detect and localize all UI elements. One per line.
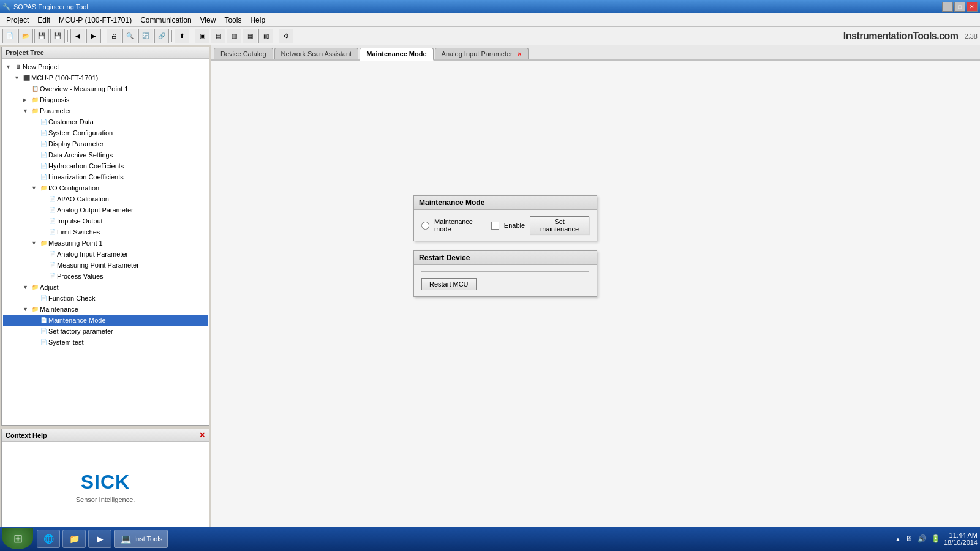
tree-maint-mode[interactable]: 📄 Maintenance Mode: [3, 315, 208, 326]
toolbar-upload[interactable]: ⬆: [175, 29, 189, 43]
tab-network-scan[interactable]: Network Scan Assistant: [274, 48, 359, 59]
taskbar-media[interactable]: ▶: [88, 530, 111, 548]
tree-process-values[interactable]: 📄 Process Values: [3, 271, 208, 282]
tree-sysTest[interactable]: 📄 System test: [3, 337, 208, 348]
toolbar-extra[interactable]: ⚙: [279, 29, 293, 43]
linear-label: Linearization Coefficients: [48, 173, 124, 181]
tree-measuring-param[interactable]: 📄 Measuring Point Parameter: [3, 260, 208, 271]
folder-adjust: 📁: [30, 282, 40, 292]
start-button[interactable]: ⊞: [2, 528, 33, 549]
expand-maint[interactable]: ▼: [23, 306, 30, 312]
tree-analog-in[interactable]: 📄 Analog Input Parameter: [3, 249, 208, 260]
tree-factory[interactable]: 📄 Set factory parameter: [3, 326, 208, 337]
tree-data-archive[interactable]: 📄 Data Archive Settings: [3, 149, 208, 160]
clock[interactable]: 11:44 AM 18/10/2014: [944, 531, 978, 546]
clock-time: 11:44 AM: [944, 531, 978, 539]
tree-analog-out[interactable]: 📄 Analog Output Parameter: [3, 204, 208, 216]
tree-display-param[interactable]: 📄 Display Parameter: [3, 138, 208, 149]
close-button[interactable]: ✕: [967, 2, 978, 12]
toolbar-save[interactable]: 💾: [34, 29, 49, 43]
toolbar-connect[interactable]: 🔗: [154, 29, 169, 43]
tree-limit[interactable]: 📄 Limit Switches: [3, 227, 208, 238]
taskbar-inst-tools[interactable]: 💻 Inst Tools: [114, 530, 168, 548]
root-label: New Project: [23, 63, 59, 70]
tree-measuring-point[interactable]: ▼ 📁 Measuring Point 1: [3, 238, 208, 249]
toolbar-forward[interactable]: ▶: [86, 29, 101, 43]
doc-analog-in: 📄: [47, 249, 57, 259]
toolbar-win4[interactable]: ▦: [243, 29, 257, 43]
tray-power: 🔋: [930, 533, 941, 544]
maintenance-radio[interactable]: [421, 222, 429, 230]
tree-aiao[interactable]: 📄 AI/AO Calibration: [3, 193, 208, 204]
version-label: 2.38: [965, 32, 978, 40]
maintenance-label: Maintenance: [40, 305, 78, 313]
measuring-label: Measuring Point 1: [48, 239, 103, 247]
tree-content[interactable]: ▼ 🖥 New Project ▼ ⬛ MCU-P (100-FT-1701) …: [2, 59, 209, 425]
device-label: MCU-P (100-FT-1701): [31, 74, 98, 81]
tab-maintenance-mode[interactable]: Maintenance Mode: [360, 48, 433, 61]
toolbar-new[interactable]: 📄: [2, 29, 17, 43]
maximize-button[interactable]: □: [954, 2, 965, 12]
toolbar-back[interactable]: ◀: [70, 29, 85, 43]
menu-help[interactable]: Help: [246, 15, 269, 26]
tree-io-config[interactable]: ▼ 📁 I/O Configuration: [3, 182, 208, 193]
doc-customer: 📄: [39, 117, 48, 127]
tree-parameter[interactable]: ▼ 📁 Parameter: [3, 105, 208, 116]
toolbar-save2[interactable]: 💾: [50, 29, 65, 43]
doc-impulse: 📄: [47, 216, 57, 226]
io-label: I/O Configuration: [48, 184, 99, 192]
minimize-button[interactable]: ─: [942, 2, 953, 12]
tree-impulse[interactable]: 📄 Impulse Output: [3, 216, 208, 227]
context-help-close[interactable]: ✕: [199, 431, 205, 440]
tray-expand[interactable]: ▲: [895, 536, 901, 542]
toolbar-win5[interactable]: ▧: [258, 29, 273, 43]
tree-diagnosis[interactable]: ▶ 📁 Diagnosis: [3, 94, 208, 105]
tree-maintenance[interactable]: ▼ 📁 Maintenance: [3, 304, 208, 315]
menu-tools[interactable]: Tools: [221, 15, 245, 26]
tree-device[interactable]: ▼ ⬛ MCU-P (100-FT-1701): [3, 72, 208, 83]
toolbar-open[interactable]: 📂: [18, 29, 33, 43]
expand-parameter[interactable]: ▼: [23, 108, 30, 114]
media-icon: ▶: [94, 533, 106, 545]
enable-checkbox[interactable]: [491, 222, 499, 230]
tree-func-check[interactable]: 📄 Function Check: [3, 293, 208, 304]
expand-measuring[interactable]: ▼: [31, 240, 39, 246]
taskbar-explorer[interactable]: 📁: [62, 530, 86, 548]
tab-device-catalog[interactable]: Device Catalog: [214, 48, 273, 59]
inst-icon: 💻: [119, 533, 132, 545]
tree-sys-config[interactable]: 📄 System Configuration: [3, 127, 208, 138]
tree-hydrocarbon[interactable]: 📄 Hydrocarbon Coefficients: [3, 160, 208, 171]
tree-customer-data[interactable]: 📄 Customer Data: [3, 116, 208, 127]
set-maintenance-button[interactable]: Set maintenance: [530, 216, 589, 234]
toolbar-refresh[interactable]: 🔄: [138, 29, 153, 43]
toolbar-search[interactable]: 🔍: [123, 29, 137, 43]
explorer-icon: 📁: [68, 533, 80, 545]
maintenance-mode-box: Maintenance Mode Maintenance mode Enable…: [413, 195, 597, 241]
restart-device-box: Restart Device Restart MCU: [413, 250, 597, 297]
toolbar-print[interactable]: 🖨: [107, 29, 121, 43]
taskbar-ie[interactable]: 🌐: [37, 530, 60, 548]
restart-mcu-button[interactable]: Restart MCU: [421, 278, 477, 290]
expand-root[interactable]: ▼: [6, 64, 13, 70]
menu-mcu[interactable]: MCU-P (100-FT-1701): [55, 15, 135, 26]
tree-adjust[interactable]: ▼ 📁 Adjust: [3, 282, 208, 293]
menu-view[interactable]: View: [197, 15, 220, 26]
tab-bar: Device Catalog Network Scan Assistant Ma…: [211, 45, 980, 61]
title-bar-controls[interactable]: ─ □ ✕: [942, 2, 978, 12]
menu-communication[interactable]: Communication: [137, 15, 195, 26]
toolbar-win1[interactable]: ▣: [195, 29, 209, 43]
expand-io[interactable]: ▼: [31, 185, 39, 191]
tab-analog-input[interactable]: Analog Input Parameter ✕: [435, 48, 529, 59]
tree-overview[interactable]: 📋 Overview - Measuring Point 1: [3, 83, 208, 94]
expand-diagnosis[interactable]: ▶: [23, 97, 30, 103]
tree-linearization[interactable]: 📄 Linearization Coefficients: [3, 171, 208, 182]
tree-root[interactable]: ▼ 🖥 New Project: [3, 61, 208, 72]
tab-close-analog[interactable]: ✕: [517, 51, 522, 58]
expand-device[interactable]: ▼: [14, 75, 21, 81]
taskbar-right: ▲ 🖥 🔊 🔋 11:44 AM 18/10/2014: [895, 531, 978, 546]
menu-project[interactable]: Project: [2, 15, 32, 26]
menu-edit[interactable]: Edit: [34, 15, 54, 26]
toolbar-win2[interactable]: ▤: [211, 29, 225, 43]
expand-adjust[interactable]: ▼: [23, 284, 30, 290]
toolbar-win3[interactable]: ▥: [227, 29, 241, 43]
